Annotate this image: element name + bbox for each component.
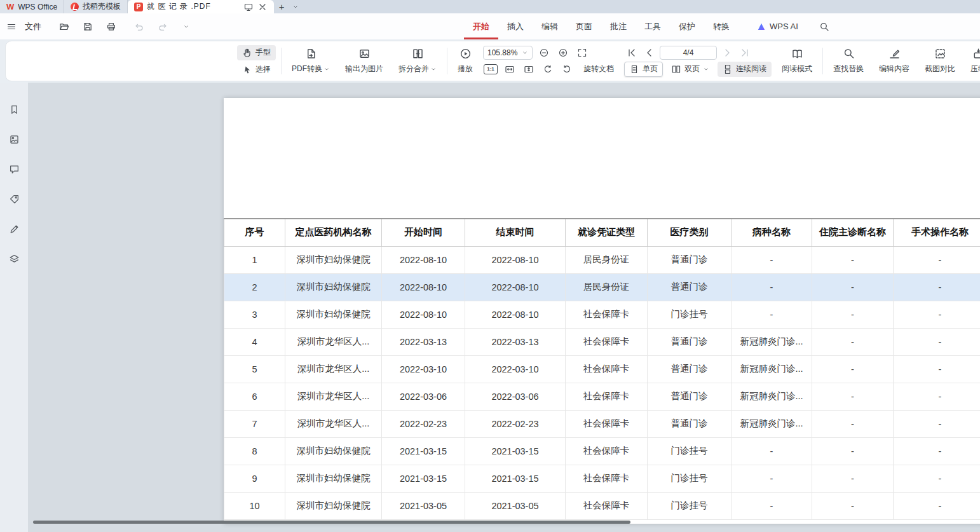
table-cell: 社会保障卡 xyxy=(566,410,648,437)
select-tool-button[interactable]: 选择 xyxy=(237,62,276,78)
reading-mode-button[interactable]: 阅读模式 xyxy=(777,43,817,79)
cursor-icon xyxy=(242,65,252,75)
table-cell: - xyxy=(894,383,980,410)
find-replace-button[interactable]: 查找替换 xyxy=(828,43,869,79)
table-cell: 门诊挂号 xyxy=(648,437,732,465)
tab-docer-templates[interactable]: 找稻壳模板 xyxy=(64,0,128,13)
single-page-button[interactable]: 单页 xyxy=(624,62,663,77)
pdf-file-icon: P xyxy=(134,3,143,11)
open-folder-icon[interactable] xyxy=(57,20,72,34)
table-cell: 深圳市龙华区人... xyxy=(285,328,382,355)
comment-icon[interactable] xyxy=(5,161,23,177)
highlighter-icon[interactable] xyxy=(5,221,23,236)
rotate-document-label: 旋转文档 xyxy=(583,64,614,74)
table-cell: 2022-08-10 xyxy=(382,273,465,301)
table-cell: 深圳市龙华区人... xyxy=(285,355,382,383)
hand-tool-button[interactable]: 手型 xyxy=(237,45,276,60)
page-number-input[interactable]: 4/4 xyxy=(660,46,717,60)
table-cell: 社会保障卡 xyxy=(566,301,648,328)
scrollbar-thumb[interactable] xyxy=(33,521,630,524)
bookmark-icon[interactable] xyxy=(5,102,23,117)
separate-window-icon[interactable] xyxy=(243,2,254,12)
pdf-convert-button[interactable]: PDF转换 xyxy=(287,43,335,79)
rotate-left-icon[interactable] xyxy=(540,62,555,76)
menu-tab-edit[interactable]: 编辑 xyxy=(533,13,567,39)
save-icon[interactable] xyxy=(80,20,95,34)
screenshot-compare-button[interactable]: 截图对比 xyxy=(920,43,960,79)
table-cell: 2021-03-05 xyxy=(465,492,566,519)
table-cell: - xyxy=(812,355,894,383)
play-icon xyxy=(459,48,472,60)
table-cell: - xyxy=(812,273,894,301)
rotate-right-icon[interactable] xyxy=(559,62,575,76)
history-caret-icon[interactable] xyxy=(179,20,194,34)
next-page-icon[interactable] xyxy=(719,46,735,60)
search-icon[interactable] xyxy=(816,18,833,35)
menu-tab-insert[interactable]: 插入 xyxy=(498,13,533,39)
select-tool-label: 选择 xyxy=(255,64,271,75)
zoom-select[interactable]: 105.88% xyxy=(483,46,533,60)
horizontal-scrollbar[interactable] xyxy=(28,520,980,524)
table-cell: - xyxy=(894,410,980,437)
menu-tab-page[interactable]: 页面 xyxy=(567,13,601,39)
menu-tab-protect[interactable]: 保护 xyxy=(670,13,704,39)
close-tab-icon[interactable] xyxy=(257,2,268,12)
menu-tab-tools[interactable]: 工具 xyxy=(636,13,670,39)
fit-width-icon[interactable] xyxy=(502,62,517,76)
ribbon-toolbar: 手型 选择 PDF转换 输出为图片 xyxy=(0,39,980,83)
undo-icon[interactable] xyxy=(132,20,147,34)
table-cell: - xyxy=(894,328,980,355)
tab-docer-label: 找稻壳模板 xyxy=(83,1,121,12)
table-cell: - xyxy=(894,301,980,328)
fit-window-icon[interactable] xyxy=(575,46,590,60)
chevron-down-icon xyxy=(430,66,437,72)
thumbnail-icon[interactable] xyxy=(5,132,23,147)
export-image-icon xyxy=(358,48,371,60)
rotate-document-button[interactable]: 旋转文档 xyxy=(578,62,619,77)
layers-icon[interactable] xyxy=(5,251,23,266)
table-cell: 深圳市妇幼保健院 xyxy=(285,273,382,301)
document-area: 序号定点医药机构名称开始时间结束时间就诊凭证类型医疗类别病种名称住院主诊断名称手… xyxy=(28,83,980,532)
tag-icon[interactable] xyxy=(5,191,23,207)
tab-list-caret-icon[interactable] xyxy=(289,0,302,13)
continuous-read-button[interactable]: 连续阅读 xyxy=(718,62,772,77)
chevron-down-icon xyxy=(522,50,528,56)
export-image-label: 输出为图片 xyxy=(345,64,383,74)
double-page-icon xyxy=(671,64,681,74)
first-page-icon[interactable] xyxy=(624,46,639,60)
hamburger-icon[interactable] xyxy=(6,22,17,32)
medical-record-table: 序号定点医药机构名称开始时间结束时间就诊凭证类型医疗类别病种名称住院主诊断名称手… xyxy=(224,218,980,520)
table-cell: 深圳市妇幼保健院 xyxy=(285,492,382,519)
previous-page-icon[interactable] xyxy=(642,46,657,60)
table-cell: - xyxy=(732,273,812,301)
play-button[interactable]: 播放 xyxy=(453,43,478,79)
menu-tab-home[interactable]: 开始 xyxy=(464,13,498,39)
table-row: 5深圳市龙华区人...2022-03-102022-03-10社会保障卡普通门诊… xyxy=(224,355,980,383)
redo-icon[interactable] xyxy=(155,20,170,34)
new-tab-button[interactable]: + xyxy=(274,0,289,13)
edit-content-button[interactable]: 编辑内容 xyxy=(874,43,915,79)
last-page-icon[interactable] xyxy=(737,46,752,60)
file-menu[interactable]: 文件 xyxy=(25,21,41,32)
table-cell: 2022-08-10 xyxy=(382,301,465,328)
tab-wps-office[interactable]: W WPS Office xyxy=(0,0,64,13)
table-cell: - xyxy=(732,246,812,273)
wps-logo-icon: W xyxy=(6,3,14,11)
zoom-out-icon[interactable] xyxy=(536,46,552,60)
menu-tab-convert[interactable]: 转换 xyxy=(704,13,738,39)
edit-content-label: 编辑内容 xyxy=(879,64,909,74)
compress-button[interactable]: 压缩 xyxy=(965,43,980,79)
double-page-button[interactable]: 双页 xyxy=(666,62,714,77)
table-cell: - xyxy=(812,465,894,492)
print-icon[interactable] xyxy=(104,20,119,34)
actual-size-icon[interactable]: 1:1 xyxy=(483,62,498,76)
tab-document-pdf[interactable]: P 就 医 记 录 .PDF xyxy=(128,0,274,13)
docer-icon xyxy=(71,3,79,11)
fit-page-icon[interactable] xyxy=(521,62,536,76)
zoom-in-icon[interactable] xyxy=(555,46,571,60)
menu-tab-wps-ai[interactable]: WPS AI xyxy=(747,13,807,39)
export-image-button[interactable]: 输出为图片 xyxy=(340,43,388,79)
menu-tab-annotate[interactable]: 批注 xyxy=(601,13,636,39)
split-merge-button[interactable]: 拆分合并 xyxy=(393,43,442,79)
wps-pdf-window: W WPS Office 找稻壳模板 P 就 医 记 录 .PDF + xyxy=(0,0,980,532)
